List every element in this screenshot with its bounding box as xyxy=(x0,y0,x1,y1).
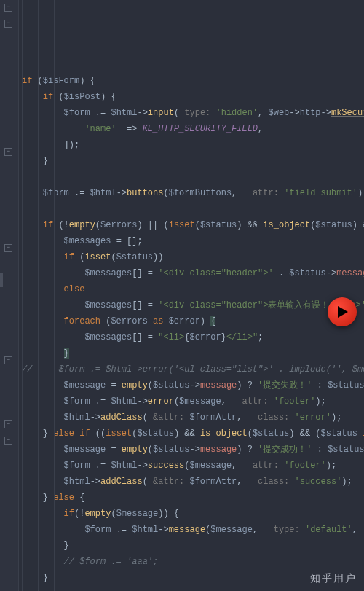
code-line[interactable]: $form .= $html->success($message, attr: … xyxy=(22,458,364,474)
code-line[interactable]: $form .= $html->input( type: 'hidden', $… xyxy=(22,105,364,121)
code-line[interactable]: $form .= $html->buttons($formButtons, at… xyxy=(22,185,364,201)
token-fn: input xyxy=(148,108,174,118)
token-var: $errors xyxy=(100,220,137,230)
token-punc: ( xyxy=(38,76,43,86)
code-line[interactable]: $message = empty($status->message) ? '提交… xyxy=(22,442,364,458)
token-var: $status xyxy=(289,268,325,278)
token-op: -> xyxy=(189,445,199,455)
code-line[interactable]: if (!empty($errors) || (isset($status) &… xyxy=(22,217,364,233)
code-line[interactable]: } else if ((isset($status) && is_object(… xyxy=(22,426,364,442)
token-field: message xyxy=(200,380,237,391)
fold-marker-icon[interactable]: − xyxy=(4,20,12,28)
code-line[interactable]: $html->addClass( &attr: $formAttr, class… xyxy=(22,474,364,490)
token-op: .= xyxy=(95,108,111,118)
code-line[interactable]: } xyxy=(22,153,364,169)
token-str: 'hidden' xyxy=(216,108,258,118)
code-line[interactable]: if ($isForm) { xyxy=(22,73,364,89)
token-op: -> xyxy=(90,477,100,487)
fold-marker-icon[interactable]: − xyxy=(4,148,12,156)
token-fn: empty xyxy=(122,445,148,455)
code-line[interactable]: if(!empty($message)) { xyxy=(22,506,364,522)
code-line[interactable] xyxy=(22,586,364,591)
token-fn: is_object xyxy=(263,220,310,230)
code-line[interactable]: } xyxy=(22,538,364,554)
code-line[interactable]: $message = empty($status->message) ? '提交… xyxy=(22,377,364,394)
code-editor[interactable]: −−−−−−− if ($isForm) { if ($isPost) { $f… xyxy=(0,0,364,591)
code-line[interactable]: else xyxy=(22,281,364,297)
fold-marker-icon[interactable]: − xyxy=(4,356,12,364)
code-line[interactable] xyxy=(22,169,364,185)
token-punc: , xyxy=(221,396,242,407)
token-hint: &attr: xyxy=(153,477,189,487)
token-var: $status xyxy=(328,445,364,455)
token-var: $status xyxy=(328,380,364,391)
token-field: message xyxy=(336,268,364,278)
fold-marker-icon[interactable]: − xyxy=(4,437,12,445)
code-line[interactable]: $html->addClass( &attr: $formAttr, class… xyxy=(22,410,364,426)
token-op: -> xyxy=(321,108,331,118)
token-var: $web xyxy=(269,108,290,118)
code-line[interactable]: } xyxy=(22,345,364,361)
token-op: -> xyxy=(137,461,147,471)
token-const: KE_HTTP_SECURITY_FIELD xyxy=(143,124,258,134)
token-punc: ) xyxy=(200,316,210,326)
token-str: '提交失败！' xyxy=(258,380,312,391)
token-op: -> xyxy=(189,380,199,391)
code-line[interactable]: // $form .= 'aaa'; xyxy=(22,554,364,570)
token-op: -> xyxy=(90,412,100,423)
token-op: .= xyxy=(74,188,90,198)
token-punc: )) { xyxy=(158,509,179,519)
token-kw: if xyxy=(43,220,59,230)
token-var: $formButtons xyxy=(169,188,232,198)
token-punc: , xyxy=(232,188,253,198)
code-line[interactable]: foreach ($errors as $error) { xyxy=(22,313,364,329)
token-punc: ( xyxy=(174,396,179,407)
token-fn: empty xyxy=(84,509,111,519)
code-line[interactable]: $messages[] = '<div class="header">' . $… xyxy=(22,265,364,281)
token-var: $status xyxy=(253,428,289,439)
token-kw: if xyxy=(64,509,74,519)
code-area[interactable]: if ($isForm) { if ($isPost) { $form .= $… xyxy=(19,0,364,591)
token-str: "<li> xyxy=(158,332,184,343)
token-punc: = []; xyxy=(116,236,143,246)
code-line[interactable] xyxy=(22,201,364,217)
token-kw: as xyxy=(153,316,169,326)
code-line[interactable]: if ($isPost) { xyxy=(22,89,364,105)
code-line[interactable]: $form .= $html->error($message, attr: 'f… xyxy=(22,394,364,410)
floating-play-icon[interactable] xyxy=(328,297,357,326)
fold-marker-icon[interactable]: − xyxy=(4,244,12,252)
code-line[interactable]: 'name' => KE_HTTP_SECURITY_FIELD, xyxy=(22,121,364,137)
token-punc: , xyxy=(232,461,253,471)
token-var: $status xyxy=(315,220,352,230)
token-punc: (( xyxy=(95,428,106,439)
code-line[interactable]: $form .= $html->message($message, type: … xyxy=(22,522,364,538)
token-op xyxy=(22,204,27,214)
watermark-text: 知乎用户 xyxy=(310,571,357,585)
code-line[interactable]: $messages = []; xyxy=(22,233,364,249)
token-fn: success xyxy=(148,461,184,471)
token-punc: ) { xyxy=(79,76,95,86)
code-line[interactable]: } else { xyxy=(22,490,364,506)
token-comment: // $form .= 'aaa'; xyxy=(64,557,159,567)
code-line[interactable]: $messages[] = '<div class="header">表单输入有… xyxy=(22,297,364,313)
token-kw: if xyxy=(22,76,38,86)
token-var: $status xyxy=(153,380,189,391)
token-hlbrace: } xyxy=(64,348,69,359)
code-line[interactable]: ]); xyxy=(22,137,364,153)
fold-marker-icon[interactable]: − xyxy=(4,4,12,12)
token-fn: error xyxy=(148,396,174,407)
code-line[interactable]: // $form .= $html->error('<ul class="lis… xyxy=(22,361,364,377)
token-punc: } xyxy=(43,493,53,503)
token-punc: , xyxy=(253,525,274,535)
fold-marker-icon[interactable]: − xyxy=(4,420,12,428)
token-var: http xyxy=(300,108,321,118)
token-op: -> xyxy=(158,525,168,535)
token-punc: ) ? xyxy=(237,380,258,391)
token-str: 'field submit' xyxy=(284,188,357,198)
token-punc: [] = xyxy=(132,300,158,310)
code-line[interactable]: $messages[] = "<li>{$error}</li>"; xyxy=(22,329,364,345)
token-var: $message xyxy=(210,525,253,535)
token-punc: ]); xyxy=(64,140,80,150)
token-hint: class: xyxy=(258,412,294,423)
code-line[interactable]: if (isset($status)) xyxy=(22,249,364,265)
